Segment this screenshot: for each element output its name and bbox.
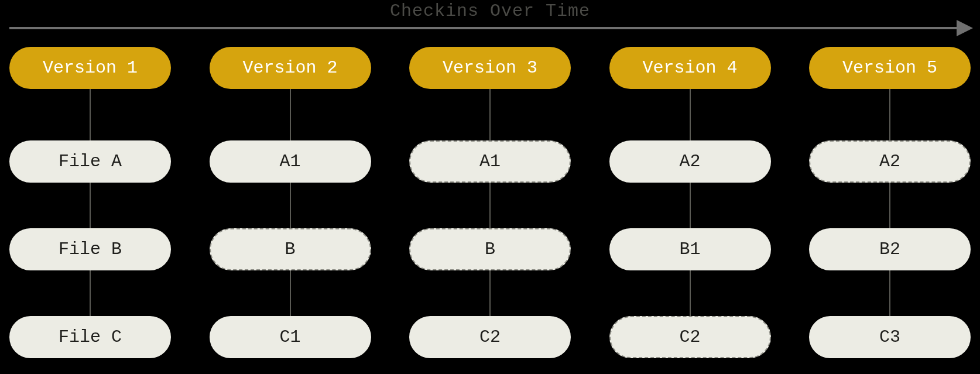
file-label: C2	[479, 327, 501, 347]
version-node: Version 5	[809, 47, 971, 89]
file-node: B	[210, 228, 371, 270]
version-column: Version 2A1BC1	[210, 47, 371, 372]
file-node: B2	[809, 228, 971, 270]
columns-container: Version 1File AFile BFile CVersion 2A1BC…	[9, 47, 971, 374]
file-node: C2	[409, 316, 571, 358]
version-column: Version 1File AFile BFile C	[9, 47, 171, 372]
timeline-arrow-head-icon	[957, 20, 973, 36]
file-label: B	[485, 239, 495, 259]
version-node: Version 4	[609, 47, 771, 89]
version-label: Version 2	[242, 58, 337, 78]
file-node: A1	[210, 140, 371, 183]
version-node: Version 3	[409, 47, 571, 89]
file-label: A2	[879, 152, 900, 171]
file-node: C3	[809, 316, 971, 358]
file-node: B1	[609, 228, 771, 270]
file-label: File A	[59, 152, 122, 171]
version-label: Version 1	[43, 58, 138, 78]
file-node: File A	[9, 140, 171, 183]
file-node: A2	[809, 140, 971, 183]
version-label: Version 4	[642, 58, 737, 78]
version-node: Version 1	[9, 47, 171, 89]
version-label: Version 3	[443, 58, 537, 78]
file-label: File C	[59, 327, 122, 347]
file-label: File B	[59, 239, 122, 259]
file-label: C1	[279, 327, 300, 347]
connector-line	[290, 68, 291, 337]
connector-line	[90, 68, 91, 337]
file-label: C3	[879, 327, 900, 347]
file-node: C1	[210, 316, 371, 358]
connector-line	[889, 68, 890, 337]
file-label: B1	[679, 239, 700, 259]
timeline-arrow-line	[9, 27, 958, 29]
file-node: File C	[9, 316, 171, 358]
connector-line	[690, 68, 691, 337]
version-column: Version 3A1BC2	[409, 47, 571, 372]
file-node: A1	[409, 140, 571, 183]
diagram-canvas: Checkins Over Time Version 1File AFile B…	[0, 0, 980, 374]
diagram-title: Checkins Over Time	[0, 1, 980, 21]
timeline-arrow	[9, 20, 973, 37]
version-node: Version 2	[210, 47, 371, 89]
connector-line	[489, 68, 491, 337]
file-label: A2	[679, 152, 700, 171]
file-label: B	[285, 239, 295, 259]
version-column: Version 4A2B1C2	[609, 47, 771, 372]
file-label: B2	[879, 239, 900, 259]
file-node: C2	[609, 316, 771, 358]
file-node: B	[409, 228, 571, 270]
file-label: A1	[479, 152, 501, 171]
file-node: File B	[9, 228, 171, 270]
file-node: A2	[609, 140, 771, 183]
version-column: Version 5A2B2C3	[809, 47, 971, 372]
file-label: C2	[679, 327, 700, 347]
file-label: A1	[279, 152, 300, 171]
version-label: Version 5	[842, 58, 937, 78]
